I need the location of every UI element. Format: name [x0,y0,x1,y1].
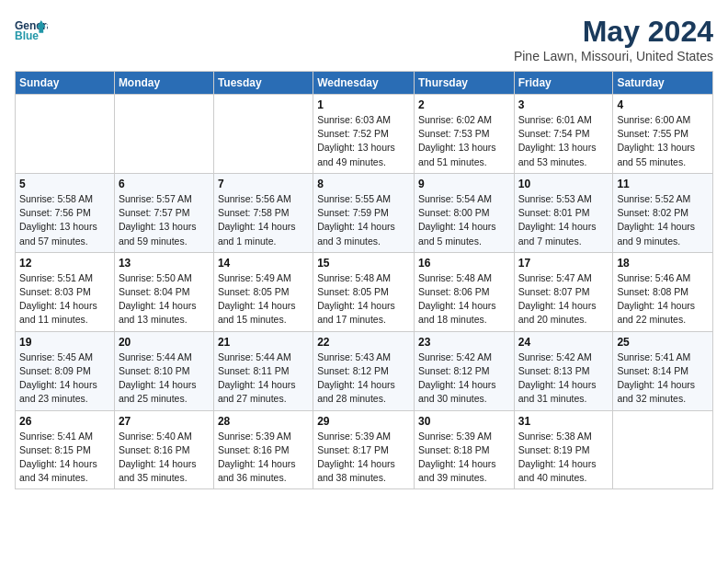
day-number: 18 [617,257,709,270]
calendar-week-1: 1Sunrise: 6:03 AMSunset: 7:52 PMDaylight… [16,95,713,174]
calendar-table: SundayMondayTuesdayWednesdayThursdayFrid… [15,71,713,489]
column-header-tuesday: Tuesday [213,72,313,95]
calendar-cell: 24Sunrise: 5:42 AMSunset: 8:13 PMDayligh… [514,331,613,410]
calendar-week-5: 26Sunrise: 5:41 AMSunset: 8:15 PMDayligh… [16,410,713,489]
day-info: Sunrise: 5:41 AMSunset: 8:15 PMDaylight:… [19,430,110,486]
column-header-wednesday: Wednesday [313,72,415,95]
calendar-week-4: 19Sunrise: 5:45 AMSunset: 8:09 PMDayligh… [16,331,713,410]
calendar-body: 1Sunrise: 6:03 AMSunset: 7:52 PMDaylight… [16,95,713,489]
day-number: 5 [19,178,110,190]
column-header-monday: Monday [114,72,213,95]
day-info: Sunrise: 5:51 AMSunset: 8:03 PMDaylight:… [19,271,110,327]
day-info: Sunrise: 5:39 AMSunset: 8:18 PMDaylight:… [418,430,510,486]
day-info: Sunrise: 5:46 AMSunset: 8:08 PMDaylight:… [617,271,709,327]
day-info: Sunrise: 5:43 AMSunset: 8:12 PMDaylight:… [317,350,410,407]
day-number: 4 [617,98,709,111]
calendar-cell: 3Sunrise: 6:01 AMSunset: 7:54 PMDaylight… [514,95,613,174]
calendar-cell: 15Sunrise: 5:48 AMSunset: 8:05 PMDayligh… [313,252,415,331]
day-info: Sunrise: 6:03 AMSunset: 7:52 PMDaylight:… [317,113,410,169]
calendar-cell: 26Sunrise: 5:41 AMSunset: 8:15 PMDayligh… [16,410,115,489]
day-number: 9 [418,178,510,190]
calendar-header: SundayMondayTuesdayWednesdayThursdayFrid… [16,72,713,95]
day-info: Sunrise: 5:50 AMSunset: 8:04 PMDaylight:… [119,271,210,327]
day-number: 30 [418,415,510,428]
day-info: Sunrise: 5:42 AMSunset: 8:13 PMDaylight:… [518,350,609,407]
svg-text:Blue: Blue [15,29,39,42]
title-block: May 2024 Pine Lawn, Missouri, United Sta… [514,15,713,63]
calendar-cell: 2Sunrise: 6:02 AMSunset: 7:53 PMDaylight… [414,95,514,174]
day-number: 29 [317,415,410,428]
day-number: 16 [418,257,510,270]
calendar-cell [613,410,713,489]
calendar-week-3: 12Sunrise: 5:51 AMSunset: 8:03 PMDayligh… [16,252,713,331]
day-number: 10 [518,178,609,190]
day-info: Sunrise: 5:42 AMSunset: 8:12 PMDaylight:… [418,350,510,407]
day-info: Sunrise: 5:55 AMSunset: 7:59 PMDaylight:… [317,192,410,248]
calendar-cell: 16Sunrise: 5:48 AMSunset: 8:06 PMDayligh… [414,252,514,331]
calendar-cell: 21Sunrise: 5:44 AMSunset: 8:11 PMDayligh… [213,331,313,410]
calendar-cell: 11Sunrise: 5:52 AMSunset: 8:02 PMDayligh… [613,173,713,252]
day-number: 27 [119,415,210,428]
calendar-cell: 29Sunrise: 5:39 AMSunset: 8:17 PMDayligh… [313,410,415,489]
calendar-cell: 14Sunrise: 5:49 AMSunset: 8:05 PMDayligh… [213,252,313,331]
calendar-cell: 28Sunrise: 5:39 AMSunset: 8:16 PMDayligh… [213,410,313,489]
logo-icon: General Blue [15,15,48,48]
day-number: 31 [518,415,609,428]
day-info: Sunrise: 5:57 AMSunset: 7:57 PMDaylight:… [119,192,210,248]
calendar-cell: 27Sunrise: 5:40 AMSunset: 8:16 PMDayligh… [114,410,213,489]
day-number: 2 [418,98,510,111]
day-info: Sunrise: 6:00 AMSunset: 7:55 PMDaylight:… [617,113,709,169]
day-info: Sunrise: 5:45 AMSunset: 8:09 PMDaylight:… [19,350,110,407]
calendar-cell: 20Sunrise: 5:44 AMSunset: 8:10 PMDayligh… [114,331,213,410]
calendar-cell: 5Sunrise: 5:58 AMSunset: 7:56 PMDaylight… [16,173,115,252]
calendar-cell: 13Sunrise: 5:50 AMSunset: 8:04 PMDayligh… [114,252,213,331]
day-info: Sunrise: 5:41 AMSunset: 8:14 PMDaylight:… [617,350,709,407]
day-number: 24 [518,336,609,349]
calendar-cell: 4Sunrise: 6:00 AMSunset: 7:55 PMDaylight… [613,95,713,174]
day-number: 3 [518,98,609,111]
calendar-cell: 12Sunrise: 5:51 AMSunset: 8:03 PMDayligh… [16,252,115,331]
calendar-cell [114,95,213,174]
day-info: Sunrise: 5:39 AMSunset: 8:16 PMDaylight:… [218,430,309,486]
day-number: 6 [119,178,210,190]
calendar-cell: 18Sunrise: 5:46 AMSunset: 8:08 PMDayligh… [613,252,713,331]
calendar-week-2: 5Sunrise: 5:58 AMSunset: 7:56 PMDaylight… [16,173,713,252]
day-info: Sunrise: 5:58 AMSunset: 7:56 PMDaylight:… [19,192,110,248]
calendar-cell: 31Sunrise: 5:38 AMSunset: 8:19 PMDayligh… [514,410,613,489]
logo: General Blue [15,15,51,48]
day-info: Sunrise: 6:02 AMSunset: 7:53 PMDaylight:… [418,113,510,169]
day-info: Sunrise: 5:39 AMSunset: 8:17 PMDaylight:… [317,430,410,486]
day-number: 26 [19,415,110,428]
day-info: Sunrise: 5:38 AMSunset: 8:19 PMDaylight:… [518,430,609,486]
day-number: 14 [218,257,309,270]
day-number: 22 [317,336,410,349]
calendar-cell: 1Sunrise: 6:03 AMSunset: 7:52 PMDaylight… [313,95,415,174]
calendar-cell: 7Sunrise: 5:56 AMSunset: 7:58 PMDaylight… [213,173,313,252]
day-info: Sunrise: 5:54 AMSunset: 8:00 PMDaylight:… [418,192,510,248]
column-header-saturday: Saturday [613,72,713,95]
calendar-cell: 8Sunrise: 5:55 AMSunset: 7:59 PMDaylight… [313,173,415,252]
day-info: Sunrise: 5:47 AMSunset: 8:07 PMDaylight:… [518,271,609,327]
column-header-sunday: Sunday [16,72,115,95]
day-number: 12 [19,257,110,270]
calendar-cell: 17Sunrise: 5:47 AMSunset: 8:07 PMDayligh… [514,252,613,331]
calendar-title: May 2024 [514,15,713,49]
calendar-cell: 23Sunrise: 5:42 AMSunset: 8:12 PMDayligh… [414,331,514,410]
day-info: Sunrise: 6:01 AMSunset: 7:54 PMDaylight:… [518,113,609,169]
day-number: 21 [218,336,309,349]
day-number: 28 [218,415,309,428]
day-number: 23 [418,336,510,349]
day-info: Sunrise: 5:52 AMSunset: 8:02 PMDaylight:… [617,192,709,248]
calendar-cell [213,95,313,174]
day-info: Sunrise: 5:49 AMSunset: 8:05 PMDaylight:… [218,271,309,327]
day-number: 20 [119,336,210,349]
day-number: 11 [617,178,709,190]
day-number: 8 [317,178,410,190]
column-header-friday: Friday [514,72,613,95]
calendar-subtitle: Pine Lawn, Missouri, United States [514,49,713,63]
day-number: 19 [19,336,110,349]
calendar-cell: 19Sunrise: 5:45 AMSunset: 8:09 PMDayligh… [16,331,115,410]
calendar-cell: 6Sunrise: 5:57 AMSunset: 7:57 PMDaylight… [114,173,213,252]
day-number: 15 [317,257,410,270]
day-number: 17 [518,257,609,270]
